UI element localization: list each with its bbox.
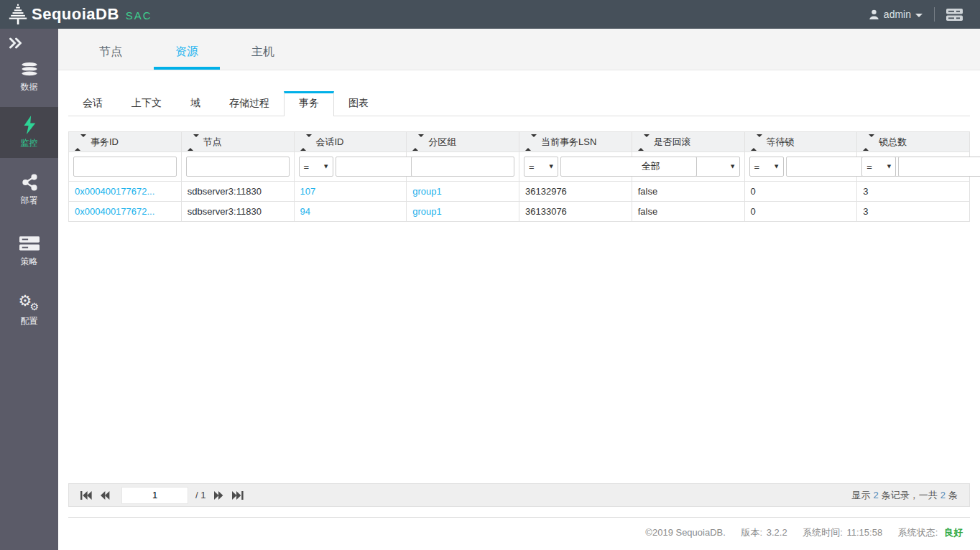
pagination-bar: / 1 显示2条记录，一共2条 (68, 483, 970, 507)
column-header-node[interactable]: 节点 (181, 132, 294, 152)
sidebar: 数据 监控 部署 (0, 29, 58, 550)
filter-wait-lock-op-select[interactable]: =▼ (749, 157, 784, 177)
sort-icon (751, 137, 762, 148)
filter-session-op-select[interactable]: =▼ (299, 157, 333, 177)
topbar: SequoiaDB SAC admin (0, 0, 980, 29)
share-icon (0, 173, 58, 192)
footer-time-label: 系统时间: (803, 527, 845, 538)
server-icon (0, 234, 58, 253)
filter-lsn-op-select[interactable]: =▼ (524, 157, 558, 177)
subtab-domain[interactable]: 域 (176, 91, 215, 116)
subtab-chart[interactable]: 图表 (334, 91, 383, 116)
footer: ©2019 SequoiaDB. 版本: 3.2.2 系统时间: 11:15:5… (68, 517, 970, 539)
filter-txn-id-input[interactable] (73, 157, 177, 177)
sidebar-item-label: 部署 (0, 195, 58, 207)
select-arrow-icon: ▼ (324, 164, 328, 169)
group-link[interactable]: group1 (412, 206, 441, 217)
user-icon (869, 9, 879, 20)
caret-down-icon (915, 14, 923, 17)
lightning-icon (0, 116, 58, 134)
filter-node-input[interactable] (186, 157, 290, 177)
sidebar-item-monitor[interactable]: 监控 (0, 107, 58, 158)
lock-total-cell: 3 (857, 202, 970, 222)
select-arrow-icon: ▼ (887, 164, 891, 169)
select-arrow-icon: ▼ (550, 164, 553, 169)
footer-status-label: 系统状态: (898, 527, 940, 538)
brand-suffix: SAC (126, 9, 152, 22)
double-chevron-right-icon (9, 37, 23, 49)
sort-icon (75, 137, 86, 148)
subtab-context[interactable]: 上下文 (117, 91, 176, 116)
footer-status-value: 良好 (944, 527, 963, 538)
topbar-divider (934, 7, 935, 22)
last-page-button[interactable] (232, 491, 244, 500)
rollback-cell: false (632, 202, 744, 222)
column-header-wait-lock[interactable]: 等待锁 (744, 132, 857, 152)
sidebar-item-strategy[interactable]: 策略 (0, 230, 58, 271)
select-arrow-icon: ▼ (775, 164, 778, 169)
total-count: 2 (940, 490, 946, 500)
sidebar-item-config[interactable]: ⚙⚙ 配置 (0, 290, 58, 331)
sidebar-item-deploy[interactable]: 部署 (0, 169, 58, 210)
column-header-rollback[interactable]: 是否回滚 (632, 132, 744, 152)
lsn-cell: 36133076 (519, 202, 632, 222)
resource-subtabs: 会话 上下文 域 存储过程 事务 图表 (68, 91, 970, 116)
prev-page-button[interactable] (101, 491, 110, 500)
node-cell: sdbserver3:11830 (181, 182, 294, 202)
server-list-icon[interactable] (946, 8, 963, 22)
sort-icon (188, 137, 199, 148)
shown-count: 2 (874, 490, 879, 500)
subtab-session[interactable]: 会话 (68, 91, 117, 116)
sidebar-item-label: 监控 (0, 137, 58, 149)
table-row: 0x000400177672... sdbserver3:11830 94 gr… (69, 202, 970, 222)
lsn-cell: 36132976 (519, 182, 632, 202)
main-content: 节点 资源 主机 会话 上下文 域 存储过程 事务 图表 事务ID 节点 (58, 29, 980, 550)
user-name: admin (884, 9, 911, 20)
footer-copyright: ©2019 SequoiaDB. (645, 527, 726, 538)
filter-lsn-input[interactable] (560, 157, 697, 177)
sort-icon (638, 137, 650, 148)
column-header-txn-id[interactable]: 事务ID (69, 132, 182, 152)
gears-icon: ⚙⚙ (0, 294, 58, 312)
filter-lock-total-op-select[interactable]: =▼ (861, 157, 896, 177)
footer-time: 11:15:58 (847, 527, 883, 538)
tab-node[interactable]: 节点 (78, 45, 144, 70)
main-tabbar: 节点 资源 主机 (58, 29, 980, 70)
sequoia-tree-icon (7, 4, 29, 25)
session-id-link[interactable]: 107 (300, 186, 316, 197)
tab-host[interactable]: 主机 (230, 45, 296, 70)
first-page-button[interactable] (80, 491, 92, 500)
transaction-table: 事务ID 节点 会话ID 分区组 当前事务LSN 是否回滚 等待锁 锁总数 (68, 131, 970, 222)
session-id-link[interactable]: 94 (300, 206, 310, 217)
sort-icon (863, 137, 874, 148)
column-header-lock-total[interactable]: 锁总数 (857, 132, 970, 152)
column-header-group[interactable]: 分区组 (407, 132, 519, 152)
page-number-input[interactable] (121, 487, 188, 504)
footer-version-label: 版本: (741, 527, 764, 538)
sort-icon (300, 137, 312, 148)
footer-version: 3.2.2 (767, 527, 787, 538)
next-page-button[interactable] (214, 491, 223, 500)
page-total-label: / 1 (195, 490, 205, 500)
txn-id-link[interactable]: 0x000400177672... (75, 186, 154, 197)
filter-lock-total-input[interactable] (898, 157, 980, 177)
subtab-procedure[interactable]: 存储过程 (215, 91, 284, 116)
filter-group-input[interactable] (411, 157, 514, 177)
sidebar-collapse-button[interactable] (0, 29, 58, 50)
rollback-cell: false (632, 182, 744, 202)
select-arrow-icon: ▼ (731, 164, 734, 169)
brand-logo[interactable]: SequoiaDB SAC (7, 4, 152, 25)
brand-name: SequoiaDB (32, 5, 119, 24)
column-header-lsn[interactable]: 当前事务LSN (519, 132, 632, 152)
sort-icon (525, 137, 537, 148)
column-header-session-id[interactable]: 会话ID (294, 132, 407, 152)
tab-resource[interactable]: 资源 (154, 45, 220, 70)
sidebar-item-label: 策略 (0, 256, 58, 268)
sidebar-item-data[interactable]: 数据 (0, 56, 58, 97)
table-header-row: 事务ID 节点 会话ID 分区组 当前事务LSN 是否回滚 等待锁 锁总数 (69, 132, 970, 152)
user-menu[interactable]: admin (869, 9, 923, 20)
group-link[interactable]: group1 (412, 186, 441, 197)
txn-id-link[interactable]: 0x000400177672... (75, 206, 154, 217)
resource-panel: 会话 上下文 域 存储过程 事务 图表 事务ID 节点 会话ID 分区组 (58, 91, 980, 539)
subtab-transaction[interactable]: 事务 (284, 91, 334, 116)
